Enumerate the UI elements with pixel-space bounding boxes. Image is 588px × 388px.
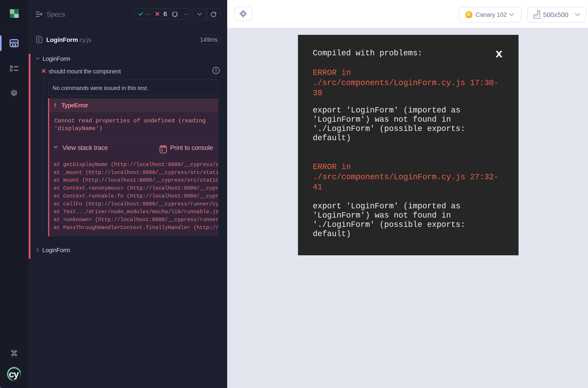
svg-text:cy: cy xyxy=(9,369,19,379)
